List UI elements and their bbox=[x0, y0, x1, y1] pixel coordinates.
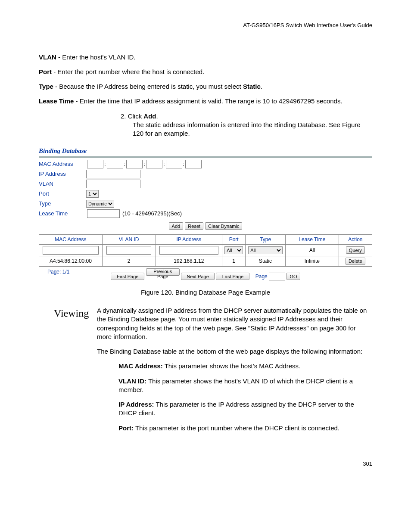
row-type: Type Dynamic bbox=[39, 199, 372, 209]
lease-input[interactable] bbox=[87, 209, 120, 218]
step-2-bold: Add bbox=[143, 112, 156, 120]
def-port-text: - Enter the port number where the host i… bbox=[52, 68, 204, 75]
th-port: Port bbox=[222, 234, 246, 244]
def-vlan-term: VLAN bbox=[39, 53, 56, 61]
def-vlan-text: - Enter the host's VLAN ID. bbox=[56, 53, 136, 61]
def-type-text-b: . bbox=[261, 83, 262, 90]
step-2: 2. Click Add. The static address informa… bbox=[121, 112, 372, 138]
prev-page-button[interactable]: Previous Page bbox=[146, 268, 180, 276]
form-buttons: Add Reset Clear Dynamic bbox=[39, 221, 372, 230]
cell-vlan: 2 bbox=[102, 256, 156, 266]
def-type-term2: Static bbox=[243, 83, 261, 90]
label-vlan: VLAN bbox=[39, 180, 86, 188]
ip-input[interactable] bbox=[86, 170, 140, 178]
query-button[interactable]: Query bbox=[346, 246, 365, 254]
item-ip-term: IP Address: bbox=[118, 401, 154, 408]
filter-mac[interactable] bbox=[43, 246, 99, 255]
table-row: A4:54:86:12:00:00 2 192.168.1.12 1 Stati… bbox=[39, 256, 372, 266]
viewing-p2: The Binding Database table at the bottom… bbox=[97, 347, 372, 356]
binding-table: MAC Address VLAN ID IP Address Port Type… bbox=[39, 234, 372, 267]
def-port: Port - Enter the port number where the h… bbox=[39, 68, 372, 76]
pager-page-label: Page bbox=[255, 274, 268, 280]
pager: Page: 1/1 First Page Previous Page Next … bbox=[39, 268, 372, 280]
item-ip-text: This parameter is the IP Address assigne… bbox=[118, 401, 354, 417]
filter-ip[interactable] bbox=[159, 246, 218, 255]
def-type-text-a: - Because the IP Address being entered i… bbox=[53, 83, 243, 90]
label-mac: MAC Address bbox=[39, 160, 86, 168]
th-type: Type bbox=[246, 234, 286, 244]
label-port: Port bbox=[39, 190, 86, 198]
filter-port[interactable]: All bbox=[224, 246, 243, 254]
viewing-p1: A dynamically assigned IP address from t… bbox=[97, 306, 372, 341]
table-header-row: MAC Address VLAN ID IP Address Port Type… bbox=[39, 234, 372, 244]
mac-oct-4[interactable] bbox=[146, 160, 162, 168]
filter-lease: All bbox=[285, 244, 339, 256]
step-2-lead: 2. Click bbox=[121, 112, 143, 120]
mac-oct-6[interactable] bbox=[185, 160, 202, 168]
type-select[interactable]: Dynamic bbox=[86, 200, 114, 208]
th-vlan: VLAN ID bbox=[102, 234, 156, 244]
mac-oct-5[interactable] bbox=[166, 160, 182, 168]
first-page-button[interactable]: First Page bbox=[111, 273, 144, 280]
step-2-tail: . bbox=[156, 112, 158, 120]
page-number: 301 bbox=[39, 460, 372, 468]
mac-oct-2[interactable] bbox=[107, 160, 123, 168]
next-page-button[interactable]: Next Page bbox=[181, 273, 215, 280]
def-type: Type - Because the IP Address being ente… bbox=[39, 82, 372, 91]
mac-oct-1[interactable] bbox=[87, 160, 103, 168]
row-ip: IP Address bbox=[39, 169, 372, 179]
label-ip: IP Address bbox=[39, 170, 86, 178]
clear-dynamic-button[interactable]: Clear Dynamic bbox=[205, 222, 242, 230]
row-mac: MAC Address : : : : : bbox=[39, 159, 372, 169]
th-lease: Lease Time bbox=[285, 234, 339, 244]
add-button[interactable]: Add bbox=[169, 222, 184, 230]
filter-vlan[interactable] bbox=[106, 246, 151, 255]
th-ip: IP Address bbox=[156, 234, 222, 244]
item-port-text: This parameter is the port number where … bbox=[134, 424, 339, 432]
figure-120: Binding Database MAC Address : : : : : I… bbox=[39, 146, 372, 280]
vlan-input[interactable] bbox=[86, 180, 140, 188]
figure-caption: Figure 120. Binding Database Page Exampl… bbox=[39, 288, 372, 297]
cell-lease: Infinite bbox=[285, 256, 339, 266]
def-vlan: VLAN - Enter the host's VLAN ID. bbox=[39, 53, 372, 62]
item-port: Port: This parameter is the port number … bbox=[118, 424, 372, 432]
item-ip: IP Address: This parameter is the IP Add… bbox=[118, 400, 372, 418]
row-port: Port 1 bbox=[39, 189, 372, 199]
th-action: Action bbox=[339, 234, 372, 244]
row-vlan: VLAN bbox=[39, 179, 372, 189]
pager-page-input[interactable] bbox=[269, 273, 285, 280]
def-lease-term: Lease Time bbox=[39, 97, 74, 105]
doc-header: AT-GS950/16PS Switch Web Interface User'… bbox=[39, 22, 372, 29]
step-2-line2: The static address information is entere… bbox=[133, 121, 372, 138]
def-type-term: Type bbox=[39, 83, 53, 90]
label-lease: Lease Time bbox=[39, 210, 86, 218]
item-port-term: Port: bbox=[118, 424, 134, 432]
item-mac: MAC Address: This parameter shows the ho… bbox=[118, 362, 372, 370]
last-page-button[interactable]: Last Page bbox=[216, 273, 249, 280]
def-port-term: Port bbox=[39, 68, 52, 75]
reset-button[interactable]: Reset bbox=[185, 222, 203, 230]
item-mac-text: This parameter shows the host's MAC Addr… bbox=[163, 362, 300, 370]
section-viewing: Viewing A dynamically assigned IP addres… bbox=[39, 306, 372, 439]
cell-port: 1 bbox=[222, 256, 246, 266]
label-type: Type bbox=[39, 200, 86, 208]
port-select[interactable]: 1 bbox=[86, 190, 99, 198]
row-lease: Lease Time (10 - 4294967295)(Sec) bbox=[39, 209, 372, 219]
cell-mac: A4:54:86:12:00:00 bbox=[39, 256, 103, 266]
table-filter-row: All All All Query bbox=[39, 244, 372, 256]
section-heading: Viewing bbox=[54, 306, 97, 320]
filter-type[interactable]: All bbox=[248, 246, 283, 254]
pager-label: Page: 1/1 bbox=[47, 268, 69, 275]
def-lease: Lease Time - Enter the time that IP addr… bbox=[39, 97, 372, 106]
item-vlan: VLAN ID: This parameter shows the host's… bbox=[118, 377, 372, 395]
cell-ip: 192.168.1.12 bbox=[156, 256, 222, 266]
def-lease-text: - Enter the time that IP address assignm… bbox=[74, 97, 342, 105]
item-mac-term: MAC Address: bbox=[118, 362, 163, 370]
th-mac: MAC Address bbox=[39, 234, 103, 244]
go-button[interactable]: GO bbox=[286, 273, 300, 280]
cell-type: Static bbox=[246, 256, 286, 266]
mac-oct-3[interactable] bbox=[126, 160, 143, 168]
delete-button[interactable]: Delete bbox=[346, 258, 365, 265]
lease-hint: (10 - 4294967295)(Sec) bbox=[122, 210, 182, 218]
item-vlan-text: This parameter shows the host's VLAN ID … bbox=[118, 377, 353, 393]
